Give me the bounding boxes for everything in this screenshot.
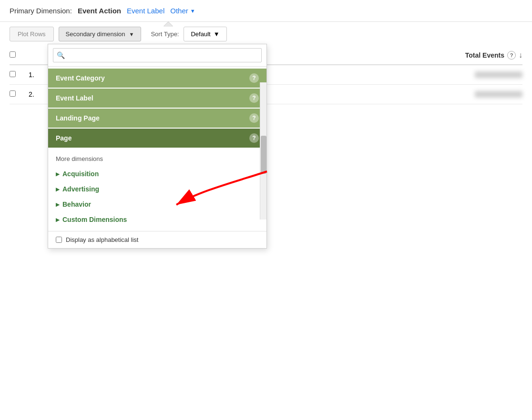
row-2-checkbox[interactable] [10,90,16,97]
alphabetical-list-label[interactable]: Display as alphabetical list [66,236,138,243]
other-chevron-icon: ▼ [190,8,195,14]
secondary-dimension-button[interactable]: Secondary dimension ▼ [59,27,142,41]
event-action-label: Event Action [78,7,121,15]
dropdown-menu-items: Event Category ? Event Label ? Landing P… [48,67,266,150]
menu-item-event-label-label: Event Label [56,94,93,102]
event-category-help-icon[interactable]: ? [249,73,259,83]
menu-item-landing-page[interactable]: Landing Page ? [48,109,266,128]
dim-group-acquisition[interactable]: ▶ Acquisition [56,166,259,181]
primary-dimension-label: Primary Dimension: [10,7,72,15]
row-1-checkbox[interactable] [10,71,16,77]
advertising-expand-icon: ▶ [56,187,60,192]
menu-item-event-label[interactable]: Event Label ? [48,89,266,108]
custom-dimensions-label: Custom Dimensions [62,216,127,223]
secondary-dimension-dropdown: 🔍 Event Category ? Event Label ? Landing… [48,44,267,249]
dropdown-footer: Display as alphabetical list [48,231,266,248]
row-1-number: 1. [29,71,43,79]
dropdown-search-container: 🔍 [48,44,266,67]
secondary-dimension-chevron-icon: ▼ [129,31,134,37]
dim-group-behavior[interactable]: ▶ Behavior [56,197,259,212]
row-2-number: 2. [29,90,43,98]
other-label: Other [170,7,188,15]
custom-dimensions-expand-icon: ▶ [56,217,60,222]
other-button[interactable]: Other ▼ [170,7,195,15]
alphabetical-list-checkbox[interactable] [56,237,62,243]
behavior-label: Behavior [62,200,91,208]
sort-descending-icon[interactable]: ↓ [519,51,522,60]
behavior-expand-icon: ▶ [56,202,60,207]
row-1-value [475,71,522,78]
toolbar-row: Plot Rows Secondary dimension ▼ Sort Typ… [0,22,532,46]
menu-item-event-category[interactable]: Event Category ? [48,69,266,88]
dropdown-search-input[interactable] [53,48,262,62]
page-help-icon[interactable]: ? [249,133,259,143]
search-icon: 🔍 [57,51,65,59]
select-all-checkbox[interactable] [10,51,16,58]
menu-item-landing-page-label: Landing Page [56,114,100,122]
col-total-events-header: Total Events ? ↓ [446,51,522,60]
menu-item-page-label: Page [56,134,72,142]
total-events-help-icon[interactable]: ? [507,51,516,60]
event-label-help-icon[interactable]: ? [249,93,259,103]
more-dimensions-section: More dimensions ▶ Acquisition ▶ Advertis… [48,150,266,227]
menu-item-event-category-label: Event Category [56,74,105,82]
dropdown-scrollbar-track[interactable] [260,82,266,220]
secondary-dimension-label: Secondary dimension [66,30,125,38]
dropdown-scrollbar-thumb[interactable] [261,136,266,174]
acquisition-expand-icon: ▶ [56,171,60,177]
sort-default-chevron-icon: ▼ [214,30,220,38]
sort-default-label: Default [191,30,210,38]
more-dimensions-title: More dimensions [56,155,259,162]
advertising-label: Advertising [62,185,99,193]
event-label-link[interactable]: Event Label [127,7,164,15]
dim-group-advertising[interactable]: ▶ Advertising [56,181,259,197]
top-bar: Primary Dimension: Event Action Event La… [0,0,532,22]
menu-item-page[interactable]: Page ? [48,129,266,148]
acquisition-label: Acquisition [62,170,99,178]
sort-default-button[interactable]: Default ▼ [184,27,226,41]
row-2-value [475,91,522,98]
dim-group-custom-dimensions[interactable]: ▶ Custom Dimensions [56,212,259,227]
landing-page-help-icon[interactable]: ? [249,113,259,123]
plot-rows-button[interactable]: Plot Rows [10,27,54,41]
sort-type-label: Sort Type: [151,30,179,38]
